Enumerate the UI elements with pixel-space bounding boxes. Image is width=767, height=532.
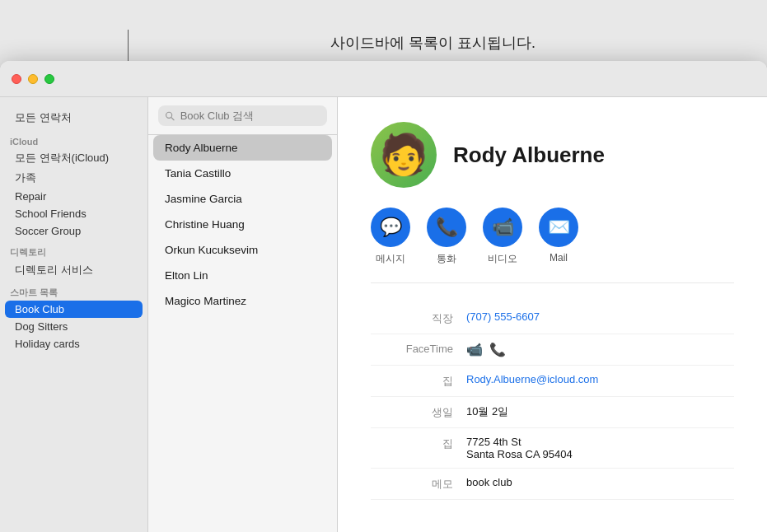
field-label-work: 직장: [371, 310, 453, 326]
main-content: 모든 연락처 iCloud 모든 연락처(iCloud) 가족 Repair S…: [0, 97, 767, 532]
traffic-lights: [12, 74, 54, 84]
sidebar-section-directory-label: 디렉토리: [0, 240, 147, 260]
sidebar-item-all-contacts[interactable]: 모든 연락처: [5, 107, 143, 128]
message-action[interactable]: 💬 메시지: [371, 208, 410, 266]
search-input-wrapper[interactable]: [158, 105, 327, 126]
sidebar-item-repair[interactable]: Repair: [5, 188, 143, 205]
call-action[interactable]: 📞 통화: [427, 208, 466, 266]
call-label: 통화: [437, 252, 456, 266]
field-value-birthday: 10월 2일: [466, 404, 734, 419]
list-panel: Rody Albuerne Tania Castillo Jasmine Gar…: [148, 97, 338, 532]
annotation-top: 사이드바에 목록이 표시됩니다.: [330, 33, 535, 53]
field-label-home-email: 집: [371, 373, 453, 389]
field-value-email[interactable]: Rody.Albuerne@icloud.com: [466, 373, 734, 385]
field-home-email: 집 Rody.Albuerne@icloud.com: [371, 366, 734, 397]
call-icon: 📞: [427, 208, 466, 247]
sidebar-section-icloud-label: iCloud: [0, 130, 147, 148]
sidebar: 모든 연락처 iCloud 모든 연락처(iCloud) 가족 Repair S…: [0, 97, 148, 532]
close-button[interactable]: [12, 74, 21, 84]
avatar: 🧑: [371, 122, 437, 188]
contact-item-magico[interactable]: Magico Martinez: [153, 288, 332, 314]
video-icon: 📹: [483, 208, 522, 247]
facetime-phone-icon[interactable]: 📞: [489, 342, 506, 357]
facetime-video-icon[interactable]: 📹: [466, 342, 483, 357]
message-icon: 💬: [371, 208, 410, 247]
contacts-list: Rody Albuerne Tania Castillo Jasmine Gar…: [148, 135, 337, 532]
sidebar-item-family[interactable]: 가족: [5, 168, 143, 188]
field-label-note: 메모: [371, 476, 453, 492]
field-birthday: 생일 10월 2일: [371, 397, 734, 428]
field-facetime: FaceTime 📹 📞: [371, 334, 734, 366]
minimize-button[interactable]: [28, 74, 38, 84]
mail-icon: ✉️: [539, 208, 578, 247]
facetime-icons: 📹 📞: [466, 342, 506, 357]
contact-header: 🧑 Rody Albuerne: [371, 122, 734, 188]
mail-label: Mail: [550, 252, 568, 264]
sidebar-item-soccer-group[interactable]: Soccer Group: [5, 222, 143, 240]
detail-content: 🧑 Rody Albuerne 💬 메시지 📞 통화: [338, 97, 767, 532]
field-value-note: book club: [466, 476, 734, 488]
sidebar-item-school-friends[interactable]: School Friends: [5, 205, 143, 222]
search-input[interactable]: [180, 110, 320, 122]
search-bar: [148, 97, 337, 135]
field-label-birthday: 생일: [371, 404, 453, 420]
contact-item-elton[interactable]: Elton Lin: [153, 263, 332, 288]
field-note: 메모 book club: [371, 469, 734, 500]
video-action[interactable]: 📹 비디오: [483, 208, 522, 266]
contact-fields: 직장 (707) 555-6607 FaceTime 📹 📞 집: [371, 303, 734, 500]
contact-item-tania[interactable]: Tania Castillo: [153, 161, 332, 186]
field-label-home-address: 집: [371, 436, 453, 451]
contact-item-rody[interactable]: Rody Albuerne: [153, 135, 332, 161]
sidebar-item-book-club[interactable]: Book Club: [5, 301, 143, 318]
field-home-address: 집 7725 4th StSanta Rosa CA 95404: [371, 428, 734, 469]
field-value-work-phone[interactable]: (707) 555-6607: [466, 310, 734, 323]
video-label: 비디오: [488, 252, 517, 266]
contact-item-orkun[interactable]: Orkun Kucuksevim: [153, 237, 332, 263]
field-value-address: 7725 4th StSanta Rosa CA 95404: [466, 436, 734, 460]
detail-panel: 🧑 Rody Albuerne 💬 메시지 📞 통화: [338, 97, 767, 532]
sidebar-item-all-icloud[interactable]: 모든 연락처(iCloud): [5, 148, 143, 168]
message-label: 메시지: [376, 252, 405, 266]
sidebar-item-directory-services[interactable]: 디렉토리 서비스: [5, 260, 143, 280]
contact-item-christine[interactable]: Christine Huang: [153, 212, 332, 237]
maximize-button[interactable]: [44, 74, 54, 84]
svg-line-1: [171, 117, 174, 119]
field-label-facetime: FaceTime: [371, 342, 453, 355]
sidebar-item-dog-sitters[interactable]: Dog Sitters: [5, 318, 143, 335]
annotation-line-top: [128, 30, 129, 61]
action-buttons: 💬 메시지 📞 통화 📹 비디오 ✉️ M: [371, 208, 734, 283]
sidebar-section-smart-list-label: 스마트 목록: [0, 280, 147, 301]
mail-action[interactable]: ✉️ Mail: [539, 208, 578, 266]
sidebar-item-holiday-cards[interactable]: Holiday cards: [5, 335, 143, 352]
contact-item-jasmine[interactable]: Jasmine Garcia: [153, 186, 332, 212]
titlebar: [0, 61, 767, 97]
search-icon: [165, 110, 175, 122]
main-window: 모든 연락처 iCloud 모든 연락처(iCloud) 가족 Repair S…: [0, 61, 767, 532]
field-work-phone: 직장 (707) 555-6607: [371, 303, 734, 334]
contact-name: Rody Albuerne: [453, 142, 605, 168]
